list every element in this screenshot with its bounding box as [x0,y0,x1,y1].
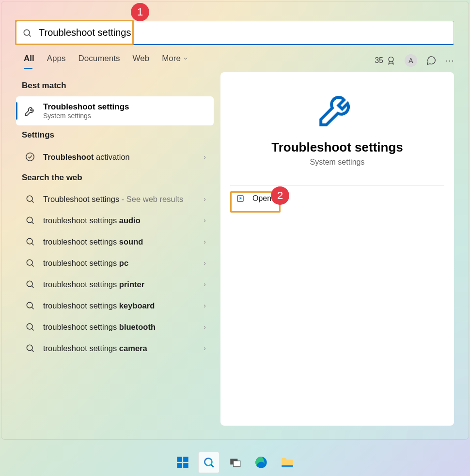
taskbar-start[interactable] [172,452,193,473]
chevron-down-icon [183,56,188,61]
svg-point-4 [27,196,32,201]
open-button[interactable]: Open [230,185,444,212]
svg-line-17 [31,328,33,330]
svg-line-15 [31,307,33,309]
svg-point-25 [204,458,212,465]
detail-panel: Troubleshoot settings System settings Op… [220,72,454,426]
svg-line-1 [29,34,31,36]
web-result[interactable]: troubleshoot settings pc › [16,252,214,274]
svg-point-0 [24,30,30,35]
search-icon [25,279,35,289]
task-view-icon [229,456,241,469]
best-match-result[interactable]: Troubleshoot settings System settings [16,96,214,125]
search-bar[interactable] [16,21,454,45]
best-match-title: Troubleshoot settings [43,102,129,112]
section-best-match: Best match [22,81,208,91]
edge-icon [254,456,268,469]
chevron-right-icon: › [204,344,206,352]
web-result[interactable]: troubleshoot settings audio › [16,210,214,231]
svg-rect-21 [177,457,182,462]
taskbar-edge[interactable] [251,452,272,473]
search-icon [25,343,35,353]
web-result[interactable]: troubleshoot settings sound › [16,231,214,252]
checkmark-circle-icon [25,152,35,162]
search-window: All Apps Documents Web More 35 A ⋯ Best … [1,1,469,440]
tab-documents[interactable]: Documents [78,54,120,67]
taskbar [0,449,470,476]
chevron-right-icon: › [204,238,206,246]
svg-line-5 [31,200,33,202]
search-input[interactable] [39,27,448,38]
search-icon [25,258,35,268]
svg-point-3 [26,153,34,161]
svg-point-8 [27,238,32,244]
svg-rect-30 [282,465,293,467]
taskbar-search[interactable] [198,452,219,473]
svg-line-19 [31,350,33,352]
tab-more[interactable]: More [162,54,188,67]
svg-point-2 [389,57,393,62]
detail-subtitle: System settings [310,158,365,167]
svg-point-12 [27,281,32,287]
open-label: Open [252,194,271,203]
chevron-right-icon: › [204,259,206,267]
svg-line-26 [211,464,213,467]
svg-line-9 [31,243,33,245]
wrench-icon [24,105,36,117]
svg-line-11 [31,264,33,266]
web-result[interactable]: troubleshoot settings bluetooth › [16,316,214,338]
tab-all[interactable]: All [24,54,34,67]
settings-result-activation[interactable]: Troubleshoot activation › [16,146,214,168]
web-result[interactable]: troubleshoot settings keyboard › [16,295,214,316]
chevron-right-icon: › [204,195,206,203]
svg-point-18 [27,345,32,351]
medal-icon [386,56,396,65]
search-icon [25,237,35,246]
chevron-right-icon: › [204,153,206,161]
web-result[interactable]: Troubleshoot settings - See web results … [16,188,214,210]
search-icon [25,301,35,310]
svg-point-14 [27,302,32,308]
svg-point-16 [27,323,32,329]
svg-rect-28 [234,461,240,467]
folder-icon [281,456,294,469]
search-icon [25,194,35,204]
wrench-icon [315,87,359,130]
open-external-icon [236,194,245,203]
search-icon [25,322,35,332]
annotation-marker-1: 1 [131,3,149,21]
web-result[interactable]: troubleshoot settings camera › [16,338,214,359]
chat-icon[interactable] [426,55,437,66]
avatar[interactable]: A [405,54,417,67]
search-icon [22,28,32,38]
svg-rect-24 [183,463,188,468]
more-options[interactable]: ⋯ [445,55,454,66]
chevron-right-icon: › [204,280,206,288]
chevron-right-icon: › [204,302,206,309]
annotation-marker-2: 2 [271,186,289,205]
section-settings: Settings [22,130,208,140]
rewards-badge[interactable]: 35 [375,56,396,65]
section-search-web: Search the web [22,173,208,183]
detail-title: Troubleshoot settings [271,140,403,155]
svg-point-10 [27,260,32,265]
filter-tabs: All Apps Documents Web More 35 A ⋯ [24,54,454,67]
svg-line-7 [31,222,33,224]
svg-rect-23 [177,463,182,468]
svg-point-6 [27,217,32,223]
chevron-right-icon: › [204,216,206,224]
tab-apps[interactable]: Apps [47,54,66,67]
search-icon [25,215,35,225]
svg-line-13 [31,286,33,288]
best-match-subtitle: System settings [43,112,129,120]
tab-web[interactable]: Web [132,54,149,67]
svg-rect-22 [183,457,188,462]
results-panel: Best match Troubleshoot settings System … [16,72,214,426]
web-result[interactable]: troubleshoot settings printer › [16,274,214,295]
taskbar-task-view[interactable] [224,452,246,473]
chevron-right-icon: › [204,323,206,331]
windows-start-icon [176,456,189,469]
taskbar-explorer[interactable] [277,452,298,473]
search-icon [203,456,215,469]
